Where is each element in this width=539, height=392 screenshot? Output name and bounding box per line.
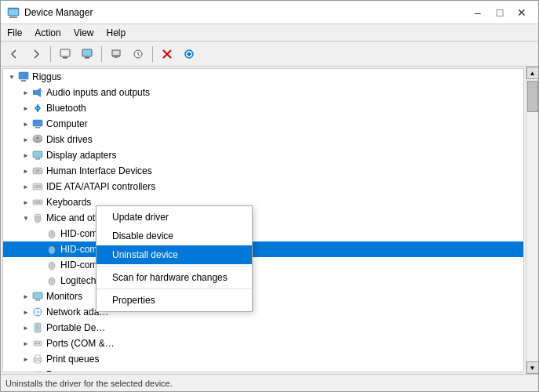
svg-rect-47 bbox=[33, 292, 42, 299]
svg-rect-19 bbox=[33, 120, 42, 126]
proc-label: Processors bbox=[46, 369, 93, 372]
svg-rect-53 bbox=[36, 325, 39, 329]
tree-ide[interactable]: ► IDE ATA/ATAPI controllers bbox=[3, 179, 523, 194]
disk-expand[interactable]: ► bbox=[20, 134, 31, 145]
tree-hid-mouse1[interactable]: HID-compliant mouse bbox=[3, 226, 523, 241]
disk-label: Disk drives bbox=[46, 134, 93, 145]
print-expand[interactable]: ► bbox=[20, 354, 31, 365]
tree-logitech[interactable]: Logitech… bbox=[3, 273, 523, 289]
menu-file[interactable]: File bbox=[1, 26, 28, 40]
toolbar-update[interactable] bbox=[128, 44, 148, 64]
disk-icon bbox=[31, 133, 44, 146]
tree-portable[interactable]: ► Portable De… bbox=[3, 320, 523, 336]
ports-label: Ports (COM &… bbox=[46, 338, 115, 349]
toolbar-remove[interactable] bbox=[157, 44, 177, 64]
port-expand[interactable]: ► bbox=[20, 322, 31, 333]
minimize-button[interactable]: – bbox=[468, 5, 488, 20]
root-expand[interactable]: ▼ bbox=[6, 71, 17, 82]
svg-rect-24 bbox=[33, 151, 42, 158]
window-title: Device Manager bbox=[24, 7, 93, 18]
toolbar-back[interactable] bbox=[4, 44, 24, 64]
hid-expand[interactable]: ► bbox=[20, 165, 31, 176]
bt-label: Bluetooth bbox=[46, 103, 86, 114]
toolbar-btn2[interactable] bbox=[77, 44, 97, 64]
title-bar-left: Device Manager bbox=[7, 6, 93, 19]
proc-icon bbox=[31, 368, 44, 372]
ctx-sep1 bbox=[97, 266, 252, 267]
tree-audio[interactable]: ► Audio inputs and outputs bbox=[3, 85, 523, 100]
toolbar-scan[interactable] bbox=[179, 44, 199, 64]
audio-label: Audio inputs and outputs bbox=[46, 87, 150, 98]
tree-ports[interactable]: ► Ports (COM &… bbox=[3, 336, 523, 351]
tree-container: ▼ Riggus ► Audio inputs and outputs bbox=[1, 67, 538, 374]
tree-bluetooth[interactable]: ► Bluetooth bbox=[3, 100, 523, 116]
tree-mice[interactable]: ▼ Mice and other pointing devices bbox=[3, 210, 523, 226]
hm1-icon bbox=[46, 227, 58, 240]
ide-expand[interactable]: ► bbox=[20, 181, 31, 192]
kb-expand[interactable]: ► bbox=[20, 197, 31, 208]
status-text: Uninstalls the driver for the selected d… bbox=[5, 379, 173, 388]
hid-icon bbox=[31, 165, 44, 177]
ctx-update-driver[interactable]: Update driver bbox=[97, 208, 252, 227]
tree-keyboards[interactable]: ► Keyboards bbox=[3, 194, 523, 210]
menu-action[interactable]: Action bbox=[28, 26, 67, 40]
kb-label: Keyboards bbox=[46, 197, 91, 208]
ctx-disable-device[interactable]: Disable device bbox=[97, 227, 252, 245]
status-bar: Uninstalls the driver for the selected d… bbox=[1, 374, 538, 391]
menu-help[interactable]: Help bbox=[100, 26, 133, 40]
mon-expand[interactable]: ► bbox=[20, 291, 31, 302]
tree-hid-mouse2[interactable]: HID-com… bbox=[3, 241, 523, 257]
hm2-icon bbox=[46, 243, 58, 256]
title-controls: – □ ✕ bbox=[468, 5, 532, 20]
scroll-thumb[interactable] bbox=[527, 81, 538, 112]
portable-label: Portable De… bbox=[46, 322, 105, 333]
hm1-expand bbox=[35, 228, 46, 239]
proc-expand[interactable]: ► bbox=[20, 369, 31, 372]
svg-rect-32 bbox=[36, 201, 38, 202]
ide-label: IDE ATA/ATAPI controllers bbox=[46, 181, 155, 192]
svg-rect-14 bbox=[19, 72, 28, 79]
maximize-button[interactable]: □ bbox=[490, 5, 510, 20]
tree-root[interactable]: ▼ Riggus bbox=[3, 69, 523, 85]
svg-point-38 bbox=[35, 214, 41, 217]
toolbar-btn1[interactable] bbox=[55, 44, 75, 64]
toolbar-forward[interactable] bbox=[26, 44, 46, 64]
close-button[interactable]: ✕ bbox=[512, 5, 532, 20]
svg-point-27 bbox=[36, 169, 39, 172]
menu-view[interactable]: View bbox=[67, 26, 100, 40]
display-expand[interactable]: ► bbox=[20, 150, 31, 161]
lg-icon bbox=[46, 274, 58, 287]
tree-hid-mouse3[interactable]: HID-com… bbox=[3, 257, 523, 273]
tree-monitors[interactable]: ► Monitors bbox=[3, 289, 523, 304]
root-label: Riggus bbox=[32, 71, 61, 82]
tree-display[interactable]: ► Display adapters bbox=[3, 147, 523, 163]
portable-icon bbox=[31, 321, 44, 334]
ctx-scan-hardware[interactable]: Scan for hardware changes bbox=[97, 268, 252, 287]
tree-hid[interactable]: ► Human Interface Devices bbox=[3, 163, 523, 179]
bt-expand[interactable]: ► bbox=[20, 103, 31, 114]
tree-computer[interactable]: ► Computer bbox=[3, 116, 523, 132]
hm3-expand bbox=[35, 260, 46, 270]
svg-rect-4 bbox=[63, 57, 67, 59]
scroll-down[interactable]: ▼ bbox=[526, 361, 539, 374]
computer-icon bbox=[17, 71, 30, 83]
display-icon bbox=[31, 149, 44, 162]
mice-expand[interactable]: ▼ bbox=[20, 212, 31, 223]
ports-expand[interactable]: ► bbox=[20, 338, 31, 349]
scroll-up[interactable]: ▲ bbox=[526, 67, 539, 79]
computer-expand[interactable]: ► bbox=[20, 118, 31, 129]
tree-panel[interactable]: ▼ Riggus ► Audio inputs and outputs bbox=[2, 68, 524, 372]
toolbar-settings[interactable] bbox=[106, 44, 126, 64]
ctx-properties[interactable]: Properties bbox=[97, 291, 252, 310]
print-label: Print queues bbox=[46, 354, 99, 365]
tree-processors[interactable]: ► Processors bbox=[3, 367, 523, 372]
ctx-uninstall-device[interactable]: Uninstall device bbox=[97, 245, 252, 264]
tree-print[interactable]: ► Print queues bbox=[3, 351, 523, 367]
svg-rect-60 bbox=[35, 372, 41, 372]
app-icon bbox=[7, 6, 20, 19]
tree-network[interactable]: ► Network ada… bbox=[3, 304, 523, 320]
audio-expand[interactable]: ► bbox=[20, 87, 31, 98]
tree-disk[interactable]: ► Disk drives bbox=[3, 132, 523, 147]
monitor-icon bbox=[31, 290, 44, 303]
net-expand[interactable]: ► bbox=[20, 307, 31, 318]
